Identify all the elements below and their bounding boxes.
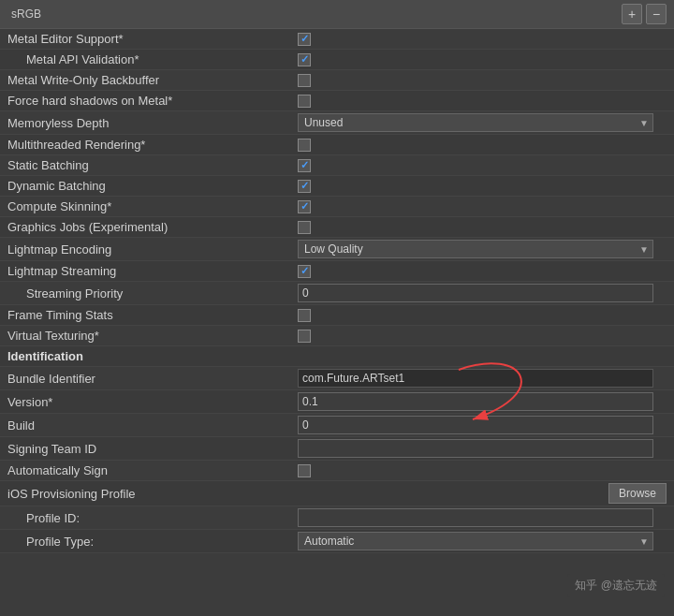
- dynamic-batching-checkbox[interactable]: [298, 180, 311, 193]
- metal-write-only-value: [298, 74, 667, 87]
- ios-provisioning-profile-label: iOS Provisioning Profile: [7, 487, 298, 501]
- profile-id-label: Profile ID:: [7, 511, 298, 525]
- metal-editor-support-label: Metal Editor Support*: [7, 32, 298, 46]
- virtual-texturing-checkbox[interactable]: [298, 330, 311, 343]
- lightmap-encoding-label: Lightmap Encoding: [7, 242, 298, 257]
- profile-type-dropdown-arrow: ▼: [639, 536, 649, 547]
- row-lightmap-encoding: Lightmap Encoding Low Quality ▼: [0, 238, 674, 261]
- build-input[interactable]: [298, 416, 653, 434]
- dynamic-batching-label: Dynamic Batching: [7, 179, 298, 193]
- multithreaded-rendering-label: Multithreaded Rendering*: [7, 138, 298, 152]
- streaming-priority-label: Streaming Priority: [7, 286, 298, 301]
- metal-write-only-label: Metal Write-Only Backbuffer: [7, 73, 298, 87]
- signing-team-id-input[interactable]: [298, 439, 653, 458]
- lightmap-streaming-label: Lightmap Streaming: [7, 264, 298, 278]
- row-signing-team-id: Signing Team ID: [0, 437, 674, 461]
- lightmap-encoding-dropdown-arrow: ▼: [639, 244, 649, 255]
- graphics-jobs-checkbox[interactable]: [298, 221, 311, 234]
- bundle-identifier-label: Bundle Identifier: [7, 372, 298, 386]
- graphics-jobs-label: Graphics Jobs (Experimental): [7, 220, 298, 234]
- ios-provisioning-profile-value: Browse: [298, 483, 667, 504]
- watermark: 知乎 @遗忘无迹: [567, 574, 665, 597]
- add-button[interactable]: +: [622, 4, 642, 24]
- row-compute-skinning: Compute Skinning*: [0, 197, 674, 217]
- profile-id-input[interactable]: [298, 508, 653, 527]
- lightmap-streaming-checkbox[interactable]: [298, 265, 311, 278]
- build-value: [298, 416, 667, 434]
- compute-skinning-label: Compute Skinning*: [7, 199, 298, 213]
- automatically-sign-label: Automatically Sign: [7, 463, 298, 477]
- row-lightmap-streaming: Lightmap Streaming: [0, 261, 674, 282]
- version-value: [298, 392, 667, 411]
- automatically-sign-checkbox[interactable]: [298, 464, 311, 477]
- row-dynamic-batching: Dynamic Batching: [0, 176, 674, 197]
- memoryless-depth-label: Memoryless Depth: [7, 116, 298, 130]
- row-version: Version*: [0, 390, 674, 414]
- graphics-jobs-value: [298, 221, 667, 234]
- static-batching-value: [298, 159, 667, 172]
- row-static-batching: Static Batching: [0, 155, 674, 176]
- static-batching-label: Static Batching: [7, 158, 298, 172]
- frame-timing-stats-label: Frame Timing Stats: [7, 308, 298, 322]
- metal-api-validation-value: [298, 53, 667, 66]
- lightmap-encoding-value: Low Quality ▼: [298, 240, 667, 258]
- memoryless-depth-dropdown-text: Unused: [304, 116, 343, 129]
- memoryless-depth-dropdown-arrow: ▼: [639, 118, 649, 128]
- virtual-texturing-value: [298, 330, 667, 343]
- row-virtual-texturing: Virtual Texturing*: [0, 326, 674, 346]
- static-batching-checkbox[interactable]: [298, 159, 311, 172]
- metal-editor-support-value: [298, 33, 667, 46]
- dynamic-batching-value: [298, 180, 667, 193]
- profile-type-dropdown-text: Automatic: [304, 535, 354, 548]
- build-label: Build: [7, 418, 298, 433]
- row-profile-type: Profile Type: Automatic ▼: [0, 530, 674, 553]
- row-identification-header: Identification: [0, 346, 674, 367]
- profile-type-dropdown[interactable]: Automatic ▼: [298, 532, 653, 550]
- top-bar-label: sRGB: [7, 7, 41, 21]
- row-multithreaded-rendering: Multithreaded Rendering*: [0, 135, 674, 155]
- multithreaded-rendering-checkbox[interactable]: [298, 139, 311, 152]
- metal-editor-support-checkbox[interactable]: [298, 33, 311, 46]
- remove-button[interactable]: −: [646, 4, 667, 24]
- top-bar: sRGB + −: [0, 0, 674, 29]
- row-metal-write-only: Metal Write-Only Backbuffer: [0, 70, 674, 91]
- force-hard-shadows-value: [298, 95, 667, 108]
- row-automatically-sign: Automatically Sign: [0, 461, 674, 481]
- identification-header-label: Identification: [7, 349, 298, 363]
- row-bundle-identifier: Bundle Identifier: [0, 367, 674, 390]
- force-hard-shadows-label: Force hard shadows on Metal*: [7, 94, 298, 108]
- row-graphics-jobs: Graphics Jobs (Experimental): [0, 217, 674, 238]
- signing-team-id-value: [298, 439, 667, 458]
- multithreaded-rendering-value: [298, 139, 667, 152]
- row-memoryless-depth: Memoryless Depth Unused ▼: [0, 111, 674, 135]
- lightmap-encoding-dropdown[interactable]: Low Quality ▼: [298, 240, 653, 258]
- settings-container: Metal Editor Support* Metal API Validati…: [0, 29, 674, 553]
- bundle-identifier-input[interactable]: [298, 369, 653, 388]
- row-metal-editor-support: Metal Editor Support*: [0, 29, 674, 50]
- frame-timing-stats-checkbox[interactable]: [298, 309, 311, 322]
- profile-type-label: Profile Type:: [7, 535, 298, 549]
- lightmap-streaming-value: [298, 265, 667, 278]
- row-metal-api-validation: Metal API Validation*: [0, 50, 674, 70]
- profile-type-value: Automatic ▼: [298, 532, 667, 550]
- streaming-priority-value: [298, 284, 667, 302]
- browse-button[interactable]: Browse: [608, 483, 667, 504]
- compute-skinning-checkbox[interactable]: [298, 200, 311, 213]
- force-hard-shadows-checkbox[interactable]: [298, 95, 311, 108]
- version-label: Version*: [7, 395, 298, 409]
- profile-id-value: [298, 508, 667, 527]
- bundle-identifier-value: [298, 369, 667, 388]
- virtual-texturing-label: Virtual Texturing*: [7, 329, 298, 343]
- row-streaming-priority: Streaming Priority: [0, 282, 674, 305]
- metal-write-only-checkbox[interactable]: [298, 74, 311, 87]
- version-input[interactable]: [298, 392, 653, 411]
- row-profile-id: Profile ID:: [0, 506, 674, 530]
- metal-api-validation-checkbox[interactable]: [298, 53, 311, 66]
- row-force-hard-shadows: Force hard shadows on Metal*: [0, 91, 674, 111]
- metal-api-validation-label: Metal API Validation*: [7, 52, 298, 66]
- frame-timing-stats-value: [298, 309, 667, 322]
- signing-team-id-label: Signing Team ID: [7, 442, 298, 456]
- memoryless-depth-dropdown[interactable]: Unused ▼: [298, 113, 653, 132]
- row-ios-provisioning-profile: iOS Provisioning Profile Browse: [0, 481, 674, 506]
- streaming-priority-input[interactable]: [298, 284, 653, 302]
